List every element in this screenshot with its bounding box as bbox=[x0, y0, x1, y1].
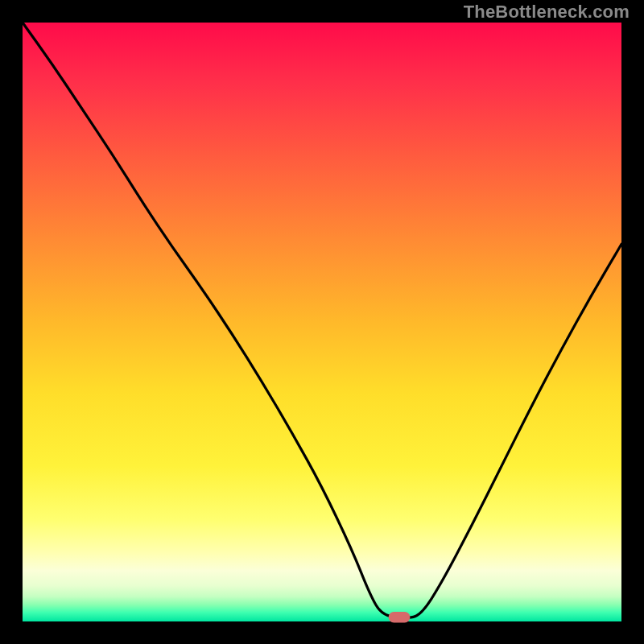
watermark-text: TheBottleneck.com bbox=[464, 2, 630, 23]
bottleneck-chart bbox=[0, 0, 644, 644]
plot-background bbox=[23, 23, 621, 621]
optimal-marker bbox=[389, 612, 411, 622]
chart-frame: TheBottleneck.com bbox=[0, 0, 644, 644]
